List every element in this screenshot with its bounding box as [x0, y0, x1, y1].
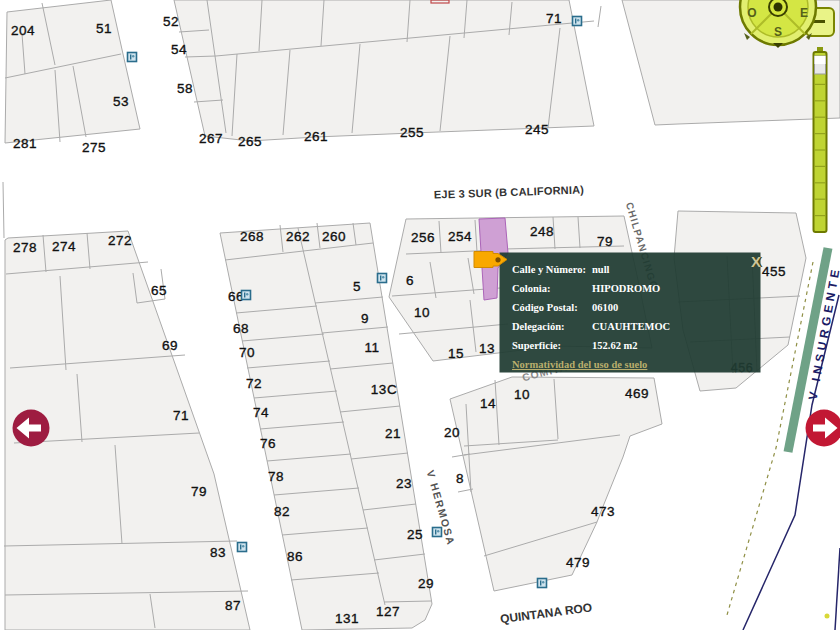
svg-text:HIPODROMO: HIPODROMO [592, 283, 660, 294]
svg-text:255: 255 [400, 125, 424, 140]
svg-text:278: 278 [13, 240, 37, 255]
svg-text:Normatividad del uso de suelo: Normatividad del uso de suelo [512, 359, 647, 370]
svg-text:5: 5 [353, 279, 361, 294]
svg-text:79: 79 [597, 234, 613, 249]
svg-text:52: 52 [163, 14, 179, 29]
svg-text:Colonia:: Colonia: [512, 283, 551, 294]
svg-text:254: 254 [448, 229, 472, 244]
svg-text:469: 469 [625, 386, 649, 401]
svg-text:68: 68 [233, 321, 249, 336]
svg-text:281: 281 [13, 136, 37, 151]
svg-text:256: 256 [411, 230, 435, 245]
svg-text:13C: 13C [371, 382, 397, 397]
svg-text:E: E [800, 6, 808, 20]
svg-text:275: 275 [82, 140, 106, 155]
svg-text:473: 473 [591, 504, 615, 519]
svg-text:O: O [747, 6, 756, 20]
svg-text:267: 267 [199, 131, 223, 146]
svg-text:10: 10 [514, 387, 530, 402]
svg-text:65: 65 [151, 283, 167, 298]
svg-text:29: 29 [418, 576, 434, 591]
svg-text:10: 10 [414, 305, 430, 320]
svg-text:6: 6 [406, 273, 414, 288]
svg-text:455: 455 [762, 264, 786, 279]
svg-text:CUAUHTEMOC: CUAUHTEMOC [592, 321, 670, 332]
svg-text:204: 204 [11, 23, 35, 38]
svg-text:06100: 06100 [592, 302, 618, 313]
svg-text:Código Postal:: Código Postal: [512, 302, 578, 313]
svg-text:69: 69 [162, 338, 178, 353]
svg-text:262: 262 [286, 229, 310, 244]
svg-text:20: 20 [444, 425, 460, 440]
svg-text:13: 13 [479, 341, 495, 356]
svg-text:71: 71 [546, 11, 562, 26]
svg-text:87: 87 [225, 598, 241, 613]
svg-text:265: 265 [238, 134, 262, 149]
svg-text:72: 72 [246, 376, 262, 391]
svg-text:15: 15 [448, 346, 464, 361]
svg-text:54: 54 [171, 42, 187, 57]
svg-text:131: 131 [335, 611, 359, 626]
svg-text:S: S [774, 25, 782, 39]
svg-text:76: 76 [260, 436, 276, 451]
svg-text:25: 25 [407, 527, 423, 542]
svg-text:127: 127 [376, 604, 400, 619]
svg-text:70: 70 [239, 345, 255, 360]
svg-text:14: 14 [480, 396, 496, 411]
svg-text:74: 74 [253, 405, 269, 420]
svg-text:Superficie:: Superficie: [512, 340, 561, 351]
svg-text:58: 58 [177, 81, 193, 96]
svg-text:79: 79 [191, 484, 207, 499]
svg-text:71: 71 [173, 408, 189, 423]
svg-text:83: 83 [210, 545, 226, 560]
svg-text:86: 86 [287, 549, 303, 564]
svg-text:78: 78 [268, 469, 284, 484]
svg-text:272: 272 [108, 233, 132, 248]
svg-text:X: X [751, 253, 761, 270]
svg-text:245: 245 [525, 122, 549, 137]
svg-text:21: 21 [385, 426, 401, 441]
svg-text:9: 9 [361, 311, 369, 326]
svg-text:Calle y Número:: Calle y Número: [512, 264, 586, 275]
svg-text:53: 53 [113, 94, 129, 109]
svg-text:479: 479 [566, 555, 590, 570]
svg-text:260: 260 [322, 229, 346, 244]
svg-text:51: 51 [96, 21, 112, 36]
svg-text:null: null [592, 264, 610, 275]
svg-text:274: 274 [52, 239, 76, 254]
svg-text:11: 11 [364, 340, 379, 355]
svg-text:8: 8 [456, 471, 464, 486]
svg-text:261: 261 [304, 129, 328, 144]
svg-text:82: 82 [274, 504, 290, 519]
svg-text:152.62 m2: 152.62 m2 [592, 340, 638, 351]
svg-text:268: 268 [240, 229, 264, 244]
svg-text:Delegación:: Delegación: [512, 321, 565, 332]
svg-text:248: 248 [530, 224, 554, 239]
svg-text:23: 23 [396, 476, 412, 491]
